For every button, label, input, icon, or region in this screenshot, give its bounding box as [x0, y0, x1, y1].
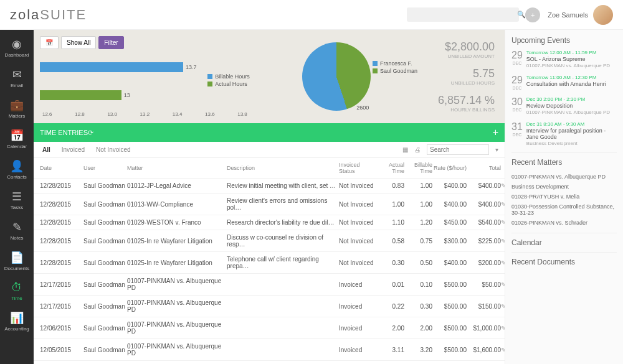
cell-user: Saul Goodman	[83, 325, 127, 332]
table-row[interactable]: 11/29/2015Francesca F.01007-PINKMAN vs. …	[34, 361, 505, 364]
cell-matter: 01025-In re Wayfarer Litigation	[127, 259, 227, 266]
avatar[interactable]	[593, 5, 613, 25]
event-title: SOL - Arizona Supreme	[526, 56, 617, 62]
table-row[interactable]: 12/28/2015Saul Goodman01025-In re Wayfar…	[34, 252, 505, 274]
col-header[interactable]: Rate ($/hour)	[432, 165, 467, 171]
stat-value: 5.75	[424, 67, 495, 80]
event-item[interactable]: 31DECDec 31 8:30 AM - 9:30 AMInterview f…	[511, 121, 617, 146]
x-tick: 12.6	[42, 111, 52, 117]
add-entry-button[interactable]: +	[493, 127, 498, 138]
sidebar-item-notes[interactable]: ✎Notes	[0, 215, 34, 246]
event-item[interactable]: 30DECDec 30 2:00 PM - 2:30 PMReview Depo…	[511, 96, 617, 115]
x-tick: 13.8	[237, 111, 247, 117]
accounting-icon: 📊	[10, 311, 24, 325]
tab-all[interactable]: All	[40, 145, 53, 154]
tab-invoiced[interactable]: Invoiced	[59, 145, 87, 154]
table-header: DateUserMatterDescriptionInvoiced Status…	[34, 158, 505, 179]
global-search[interactable]: 🔍	[407, 7, 519, 22]
cell-matter: 01013-WW-Compliance	[127, 201, 227, 208]
table-row[interactable]: 12/17/2015Saul Goodman01007-PINKMAN vs. …	[34, 274, 505, 296]
refresh-icon[interactable]: ⟳	[88, 129, 93, 137]
table-row[interactable]: 12/28/2015Saul Goodman01013-WW-Complianc…	[34, 194, 505, 215]
user-name[interactable]: Zoe Samuels	[548, 11, 588, 19]
col-header[interactable]: Invoiced Status	[339, 162, 376, 174]
sidebar-item-time[interactable]: ⏱Time	[0, 276, 34, 306]
show-all-button[interactable]: Show All	[61, 36, 96, 49]
cell-rate: $400.00	[432, 201, 467, 208]
sidebar-label: Time	[11, 296, 22, 301]
filter-button[interactable]: Filter	[98, 36, 123, 49]
add-button[interactable]: +	[525, 7, 540, 22]
cell-billable: 0.10	[404, 281, 432, 288]
recent-documents-title[interactable]: Recent Documents	[511, 258, 617, 266]
events-title: Upcoming Events	[511, 36, 617, 45]
cell-rate: $300.00	[432, 238, 467, 245]
cell-desc: Telephone call w/ client regarding prepa…	[227, 256, 339, 269]
stat-label: UNBILLED HOURS	[424, 80, 495, 86]
cell-rate: $500.00	[432, 303, 467, 310]
stat-block: 5.75UNBILLED HOURS	[424, 67, 495, 86]
col-header[interactable]: Matter	[127, 165, 227, 171]
tab-not-invoiced[interactable]: Not Invoiced	[93, 145, 133, 154]
recent-matter-item[interactable]: 01026-PINKMAN vs. Schrader	[511, 218, 617, 228]
cell-billable: 0.30	[404, 303, 432, 310]
stat-label: HOURLY BILLINGS	[424, 107, 495, 113]
cell-desc: Discuss w co-counsel re division of resp…	[227, 234, 339, 248]
documents-icon: 📄	[10, 251, 24, 264]
x-tick: 12.8	[75, 111, 85, 117]
cell-rate: $400.00	[432, 182, 467, 189]
event-item[interactable]: 29DECTomorrow 12:00 AM - 11:59 PMSOL - A…	[511, 50, 617, 68]
col-header[interactable]: Actual Time	[376, 162, 404, 174]
recent-matter-item[interactable]: Business Development	[511, 182, 617, 192]
stats-panel: $2,800.00UNBILLED AMOUNT5.75UNBILLED HOU…	[424, 36, 498, 117]
sidebar-item-dashboard[interactable]: ◉Dashboard	[0, 32, 34, 63]
col-header[interactable]: Total	[467, 165, 501, 171]
chevron-down-icon[interactable]: ▾	[495, 146, 498, 153]
table-row[interactable]: 12/28/2015Saul Goodman01012-JP-Legal Adv…	[34, 179, 505, 194]
sidebar-item-tasks[interactable]: ☰Tasks	[0, 185, 34, 215]
calendar-toggle[interactable]: 📅	[40, 36, 59, 49]
sidebar-item-email[interactable]: ✉Email	[0, 63, 34, 93]
col-header[interactable]: User	[83, 165, 127, 171]
table-row[interactable]: 12/05/2015Saul Goodman01007-PINKMAN vs. …	[34, 339, 505, 361]
print-icon[interactable]: 🖨	[414, 146, 421, 153]
event-time: Dec 31 8:30 AM - 9:30 AM	[526, 121, 617, 127]
cell-date: 12/28/2015	[40, 219, 83, 226]
event-title: Interview for paralegal position - Jane …	[526, 128, 617, 140]
entries-search-input[interactable]	[427, 144, 489, 155]
cell-status: Not Invoiced	[339, 259, 376, 266]
sidebar-item-matters[interactable]: 💼Matters	[0, 93, 34, 124]
grid-icon[interactable]: ▦	[402, 146, 408, 153]
sidebar-item-contacts[interactable]: 👤Contacts	[0, 154, 34, 185]
sidebar-item-documents[interactable]: 📄Documents	[0, 246, 34, 276]
sidebar-item-calendar[interactable]: 📅Calendar	[0, 124, 34, 154]
content: 📅 Show All Filter 13.7 13 Billable Hours	[34, 30, 505, 364]
recent-matter-item[interactable]: 01007-PINKMAN vs. Albuquerque PD	[511, 172, 617, 182]
event-item[interactable]: 29DECTomorrow 11:00 AM - 12:30 PMConsult…	[511, 75, 617, 90]
recent-matter-item[interactable]: 01028-PRATYUSH v. Melia	[511, 192, 617, 202]
cell-billable: 1.00	[404, 182, 432, 189]
entries-table: DateUserMatterDescriptionInvoiced Status…	[34, 158, 505, 364]
sidebar-item-accounting[interactable]: 📊Accounting	[0, 306, 34, 337]
cell-billable: 1.20	[404, 219, 432, 226]
pie-annotation: 2600	[356, 105, 369, 111]
x-axis: 12.612.813.013.213.413.613.8	[40, 111, 250, 117]
cell-matter: 01007-PINKMAN vs. Albuquerque PD	[127, 343, 227, 357]
table-row[interactable]: 12/28/2015Saul Goodman01025-In re Wayfar…	[34, 230, 505, 252]
search-input[interactable]	[412, 10, 517, 19]
header: zolaSUITE 🔍 + Zoe Samuels	[0, 0, 623, 30]
bar-value-1: 13	[124, 92, 130, 98]
calendar-section-title[interactable]: Calendar	[511, 238, 617, 247]
table-row[interactable]: 12/17/2015Saul Goodman01007-PINKMAN vs. …	[34, 296, 505, 317]
cell-status: Invoiced	[339, 325, 376, 332]
col-header[interactable]: Description	[227, 165, 339, 171]
col-header[interactable]: Date	[40, 165, 83, 171]
stat-block: $2,800.00UNBILLED AMOUNT	[424, 40, 495, 59]
table-row[interactable]: 12/28/2015Saul Goodman01029-WESTON v. Fr…	[34, 215, 505, 230]
table-row[interactable]: 12/06/2015Saul Goodman01007-PINKMAN vs. …	[34, 317, 505, 339]
recent-matter-item[interactable]: 01030-Possession Controlled Substance, 3…	[511, 202, 617, 218]
event-meta: 01007-PINKMAN vs. Albuquerque PD	[526, 110, 617, 115]
brand-logo: zolaSUITE	[10, 7, 87, 23]
cell-total: $150.00	[467, 303, 501, 310]
col-header[interactable]: Billable Time	[404, 162, 432, 174]
